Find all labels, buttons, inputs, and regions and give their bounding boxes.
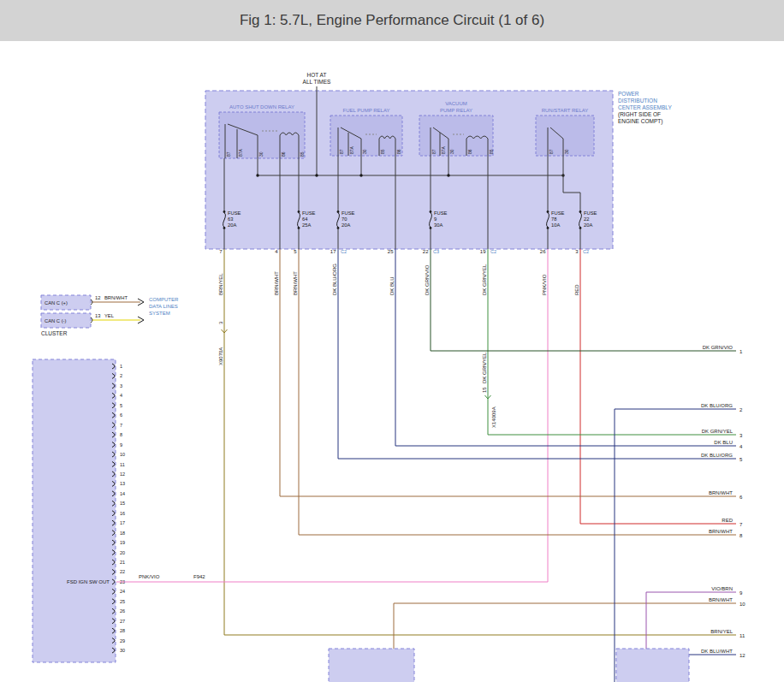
circuit-exit-10: BRN/WHT10	[394, 597, 745, 607]
pcm-pin-number: 30	[120, 648, 125, 653]
wire-color-label: BRN/WHT	[104, 295, 128, 300]
pcm-pin-number: 8	[120, 432, 122, 437]
wire-color-label: DK BLU	[389, 276, 395, 295]
pin-number: 13	[95, 313, 100, 318]
relay-name: PUMP RELAY	[440, 108, 472, 113]
fuse-terminal	[430, 211, 432, 213]
fuse-terminal	[579, 227, 582, 229]
fuse-terminal	[298, 211, 300, 213]
fuse-label: FUSE	[551, 211, 565, 216]
pcm-pin-number: 26	[120, 608, 125, 614]
wire-color-label: BRN/YEL	[218, 273, 223, 295]
fuse-label: FUSE	[342, 211, 355, 216]
pdc-pin-number: 4	[275, 249, 278, 254]
circuit-exit-12: DK BLU/WHT12	[689, 649, 745, 658]
wire-color-label: DK BLU/ORG	[701, 403, 733, 408]
splice-id: X14009A	[491, 406, 496, 428]
bottom-components	[329, 649, 689, 682]
fuse-terminal	[337, 211, 340, 213]
wire-color-label: DK GRN/YEL	[702, 429, 734, 434]
component-box	[616, 649, 689, 682]
wire-color-label: DK BLU/ORG	[332, 264, 337, 295]
pdc-output-pin-17: 17C2DK BLU/ORG	[330, 249, 347, 459]
pcm-pin-number: 18	[120, 531, 125, 536]
pdc-note-line: POWER	[618, 91, 639, 97]
relay-pin-label: 87	[339, 149, 344, 154]
fuse-number: 64	[302, 216, 308, 222]
pdc-output-pin-3: 3C2RED	[574, 249, 589, 524]
fuse-label: FUSE	[302, 211, 316, 216]
circuit-number: 8	[739, 533, 743, 538]
relay-pin-label: 30	[449, 149, 454, 154]
pcm-pin-number: 24	[120, 589, 125, 594]
pdc-pin-number: 22	[423, 249, 429, 254]
wiring-diagram: HOT ATALL TIMESPOWERDISTRIBUTIONCENTER A…	[0, 41, 784, 682]
pcm-pin-number: 4	[120, 393, 122, 398]
connector-ref: C3	[433, 249, 439, 254]
circuit-number: 7	[739, 522, 743, 527]
wire-color-label: BRN/WHT	[709, 529, 733, 534]
fuse-number: 78	[551, 216, 556, 222]
pdc-pin-number: 7	[219, 249, 223, 254]
wire-color-label: BRN/WHT	[274, 271, 279, 295]
pcm-pin-number: 12	[120, 471, 125, 477]
pcm-pin-number: 27	[120, 619, 125, 624]
wire-color-label: BRN/WHT	[709, 490, 733, 495]
connector-ref: C2	[341, 249, 347, 254]
pdc-pin-number: 3	[575, 249, 579, 254]
fuse-terminal	[223, 211, 226, 213]
connector-ref: C2	[583, 249, 589, 254]
pcm-pin-number: 9	[120, 442, 122, 448]
relay-pin-label: 87A	[238, 148, 243, 157]
fuse-label: FUSE	[434, 211, 448, 216]
junction-dot	[315, 174, 318, 176]
cluster-pin-name: CAN C (-)	[45, 318, 67, 323]
circuit-exit-1: DK GRN/VIO1	[431, 345, 743, 354]
pcm-connector: 1234567891011121314151617181920212223242…	[33, 359, 548, 662]
pdc-output-pin-22: 22C3DK GRN/VIO	[423, 249, 439, 351]
destination-label: SYSTEM	[149, 311, 170, 316]
fuse-rating: 20A	[584, 222, 592, 228]
pcm-pin-number: 25	[120, 599, 125, 604]
circuit-number: 1	[739, 349, 743, 354]
pcm-pin-number: 10	[120, 452, 125, 457]
pdc-pin-number: 5	[294, 249, 297, 254]
wire-color-label: BRN/YEL	[710, 629, 733, 634]
relay-pin-label: 30	[258, 151, 264, 157]
pcm-pin-number: 11	[120, 462, 125, 467]
figure-title: Fig 1: 5.7L, Engine Performance Circuit …	[240, 12, 544, 29]
pcm-pin-number: 7	[120, 423, 122, 428]
relay-pin-label: 87	[226, 151, 231, 157]
fuse-number: 70	[342, 216, 347, 222]
wire-color-label: DK GRN/VIO	[703, 345, 734, 350]
pdc-pin-number: 19	[480, 249, 486, 254]
pcm-pin-number: 2	[120, 373, 122, 378]
fuse-terminal	[547, 227, 549, 229]
destination-label: DATA LINES	[149, 304, 178, 309]
wire-color-label: DK GRN/VIO	[425, 264, 430, 295]
pcm-pin-number: 19	[120, 540, 125, 545]
fuse-number: 22	[584, 216, 589, 222]
pdc-note-line: DISTRIBUTION	[618, 98, 657, 104]
circuit-number: 6	[739, 495, 743, 500]
circuit-exit-7: RED7	[580, 518, 743, 527]
cluster-label: CLUSTER	[41, 330, 68, 336]
fuse-number: 9	[434, 216, 437, 222]
pdc-note-line: ENGINE COMPT)	[618, 118, 662, 125]
pcm-pin-number: 14	[120, 491, 125, 496]
pdc-output-pin-25: 25DK BLU	[388, 249, 395, 446]
relay-pin-label: 87A	[441, 145, 446, 154]
fuse-rating: 20A	[228, 222, 236, 228]
circuit-number: 2	[739, 407, 743, 412]
pcm-pin-number: 28	[120, 628, 125, 633]
junction-dot	[447, 174, 449, 176]
relay-pin-label: 86	[396, 149, 401, 154]
relay-pin-label: 85	[489, 149, 494, 154]
splice-id: X9070A	[218, 347, 223, 365]
fuse-terminal	[430, 227, 432, 229]
pdc-note-line: (RIGHT SIDE OF	[618, 111, 661, 118]
riser-wires	[394, 409, 646, 682]
circuit-number: 3	[739, 433, 743, 438]
fuse-rating: 20A	[342, 222, 350, 228]
fuse-terminal	[547, 211, 549, 213]
